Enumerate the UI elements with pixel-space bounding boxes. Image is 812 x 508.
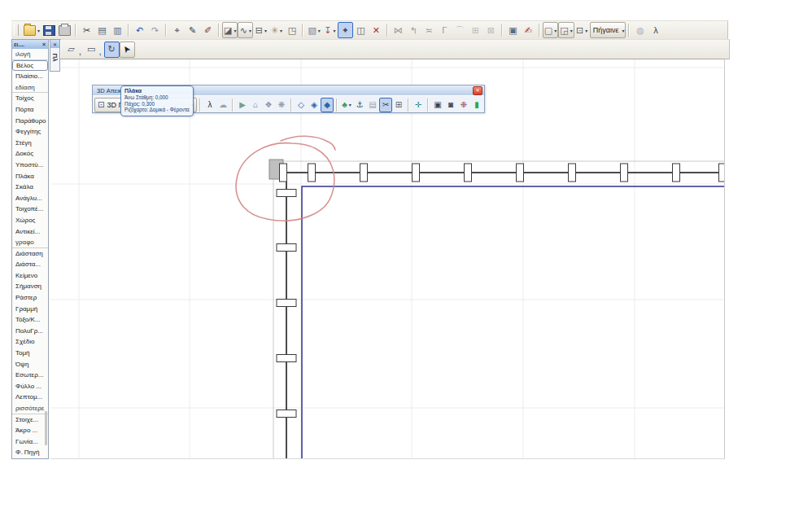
adjust-button[interactable]: ≍	[421, 22, 437, 38]
spin-button[interactable]: ❋	[275, 98, 288, 112]
home-view-button[interactable]: ⌂	[249, 98, 262, 112]
fly-button[interactable]: ▶	[236, 98, 249, 112]
infobox-strip[interactable]: ✕ Πλ	[50, 39, 60, 72]
paste-button[interactable]: ▥	[110, 22, 125, 38]
toolbox-tool-4[interactable]: Τοίχος	[12, 93, 48, 104]
orbit-view-button[interactable]: ☁	[216, 98, 229, 112]
toolbox-tool-2[interactable]: Πλαίσιο...	[12, 71, 48, 82]
toolbox-tool-35[interactable]: Γωνία...	[12, 436, 48, 448]
camera-button[interactable]: ◙	[444, 98, 457, 112]
toolbox-tool-34[interactable]: Άκρο ...	[12, 425, 48, 436]
find-select-button[interactable]: ⌖	[169, 22, 185, 38]
toolbox-close-icon[interactable]: ✕	[41, 42, 46, 47]
suspend-groups-toggle[interactable]: ◪▾	[222, 22, 238, 38]
toolbox-tool-24[interactable]: Τόξο/Κ...	[12, 314, 48, 326]
toolbox-tool-18[interactable]: Διάσταση	[12, 248, 48, 260]
toolbox-tool-14[interactable]: Τοιχοπέ...	[12, 204, 48, 215]
redo-button[interactable]: ↷	[147, 22, 163, 38]
show-3d-window-button[interactable]: ▢▾	[543, 22, 558, 38]
intersect-button[interactable]: Γ	[437, 22, 452, 38]
undo-button[interactable]: ↶	[132, 22, 147, 38]
toolbox-tool-10[interactable]: Υποστύ...	[12, 160, 48, 171]
toolbar-gripper[interactable]	[14, 24, 19, 36]
anchor-button[interactable]: ⚓	[353, 98, 366, 112]
gravity-toggle[interactable]: ∿▾	[238, 22, 253, 38]
fillet-button[interactable]: ⌒	[452, 22, 468, 38]
open-button[interactable]: ▾	[22, 22, 41, 38]
toolbox-tool-25[interactable]: ΠολυΓρ...	[12, 326, 48, 337]
toolbox-tool-28[interactable]: Όψη	[12, 359, 48, 370]
floor-plan-canvas[interactable]	[50, 59, 725, 459]
toolbox-tool-20[interactable]: Κείμενο	[12, 270, 48, 282]
3d-projection-toggle[interactable]: ◆	[321, 98, 334, 112]
column-display-button[interactable]: ◫	[353, 22, 369, 38]
trim-button[interactable]: ⋈	[391, 22, 406, 38]
tree-elements-button[interactable]: ♣▾	[340, 98, 353, 112]
wall-reference-button[interactable]: ⊟▾	[253, 22, 268, 38]
infobox-close-icon[interactable]: ✕	[50, 40, 59, 48]
element-settings-button[interactable]: ◲▾	[558, 22, 574, 38]
toolbox-tool-36[interactable]: Φ. Πηγή	[12, 447, 48, 458]
orbit-button[interactable]: ↻	[104, 42, 120, 58]
new-window-button[interactable]: ▣	[505, 22, 521, 38]
toolbox-tool-33[interactable]: Στοιχε...	[12, 414, 48, 426]
3d-toolbar-close-button[interactable]: ✕	[473, 86, 482, 95]
print-button[interactable]	[57, 22, 72, 38]
layers-button[interactable]: ▤	[366, 98, 379, 112]
toolbox-tool-19[interactable]: Διάστα...	[12, 259, 48, 270]
toolbox-tool-1[interactable]: Βέλος	[12, 60, 48, 72]
toolbox-tool-13[interactable]: Ανάγλυ...	[12, 193, 48, 204]
toolbox-tool-21[interactable]: Σήμανση	[12, 281, 48, 292]
toolbox-tool-7[interactable]: Φεγγίτης	[12, 126, 48, 138]
arrow-cursor-button[interactable]: ➤	[120, 42, 135, 58]
cut-button[interactable]: ✂	[79, 22, 94, 38]
drag-box-button[interactable]: ▭	[84, 42, 99, 58]
save-button[interactable]	[41, 22, 57, 38]
toolbox-tool-16[interactable]: Αντικεί...	[12, 226, 48, 238]
toolbox-tool-8[interactable]: Στέγη	[12, 138, 48, 149]
toolbox-tool-11[interactable]: Πλάκα	[12, 171, 48, 182]
toolbox-tool-6[interactable]: Παράθυρο	[12, 116, 48, 127]
perspective-button[interactable]: ◇	[295, 98, 308, 112]
toolbox-tool-22[interactable]: Ράστερ	[12, 292, 48, 304]
toolbox-tool-26[interactable]: Σχέδιο	[12, 336, 48, 348]
go-button[interactable]: Πήγαινε▾	[590, 22, 626, 38]
split-button[interactable]: ↰	[406, 22, 421, 38]
marquee-stamp-button[interactable]: ▱	[63, 42, 79, 58]
corner-window-button[interactable]: ◳	[284, 22, 299, 38]
render-chart-button[interactable]: ▮	[470, 98, 483, 112]
toolbox-tool-23[interactable]: Γραμμή	[12, 304, 48, 315]
delete-button[interactable]: ✕	[369, 22, 384, 38]
toolbox-scrollbar[interactable]	[45, 411, 47, 445]
inject-parameters-button[interactable]: ✐	[200, 22, 216, 38]
toolbox-tool-29[interactable]: Εσωτερ...	[12, 370, 48, 381]
ungroup-button[interactable]: ⊠	[483, 22, 499, 38]
photo-render-button[interactable]: ▣	[431, 98, 444, 112]
walk-button[interactable]: λ	[203, 98, 216, 112]
copy-button[interactable]: ▤	[94, 22, 110, 38]
toolbox-tool-31[interactable]: Λεπτομ...	[12, 392, 48, 403]
up-down-button[interactable]: ❖	[262, 98, 275, 112]
toolbox-tool-15[interactable]: Χώρος	[12, 215, 48, 226]
cutting-planes-toggle[interactable]: ✂	[379, 98, 392, 112]
toolbox-tool-27[interactable]: Τομή	[12, 348, 48, 359]
pin-button[interactable]: ↧▾	[322, 22, 338, 38]
toolbox-tool-12[interactable]: Σκάλα	[12, 182, 48, 193]
toolbox-tool-5[interactable]: Πόρτα	[12, 104, 48, 116]
pickup-parameters-button[interactable]: ✎	[185, 22, 200, 38]
3d-settings-button[interactable]: ⊞	[392, 98, 405, 112]
navigator-button[interactable]: ⊡▾	[574, 22, 590, 38]
quick-select-toggle[interactable]: ✦	[338, 22, 353, 38]
sun-settings-button[interactable]: ✳▾	[268, 22, 284, 38]
markup-button[interactable]: ✍	[521, 22, 536, 38]
favorites-button[interactable]: ▧▾	[306, 22, 321, 38]
toolbox-tool-30[interactable]: Φύλλο ...	[12, 381, 48, 392]
walk-mode-button[interactable]: λ	[648, 22, 663, 38]
toolbox-tool-9[interactable]: Δοκός	[12, 148, 48, 160]
toolbox-titlebar[interactable]: ει.... ✕	[12, 40, 48, 49]
render-settings-button[interactable]: ❉	[457, 98, 470, 112]
group-button[interactable]: ⊞	[468, 22, 483, 38]
paint-button[interactable]: ✛	[412, 98, 425, 112]
axonometry-button[interactable]: ◈	[308, 98, 321, 112]
publisher-button[interactable]: ◍	[632, 22, 648, 38]
